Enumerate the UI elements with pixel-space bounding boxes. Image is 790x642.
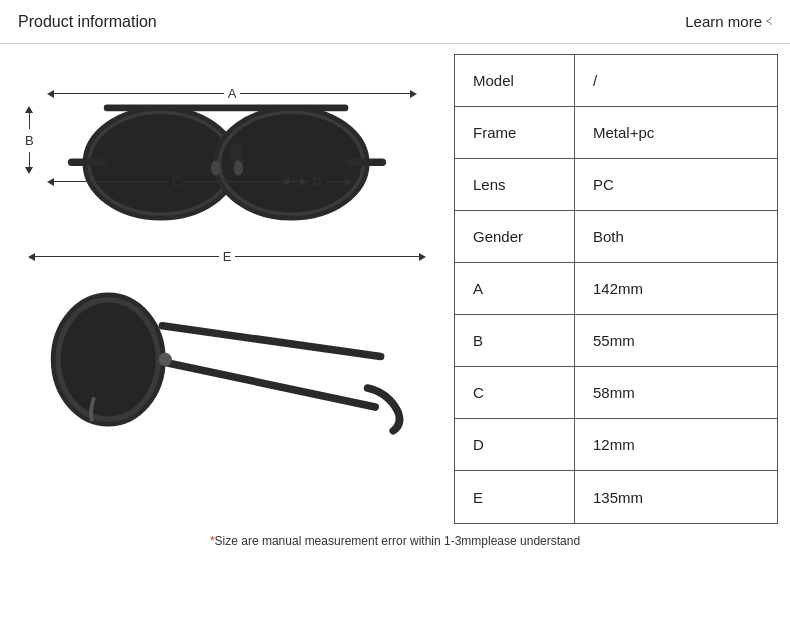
- spec-value: 55mm: [575, 315, 777, 366]
- svg-rect-12: [158, 322, 385, 361]
- learn-more-label: Learn more: [685, 13, 762, 30]
- glasses-side-image: [37, 274, 417, 464]
- dimension-a-label: A: [224, 86, 241, 101]
- arrow-a-left: [47, 90, 54, 98]
- dimension-d-label: D: [308, 174, 325, 189]
- dimension-e-label: E: [219, 249, 236, 264]
- spec-value: PC: [575, 159, 777, 210]
- spec-row: E135mm: [455, 471, 777, 523]
- dimension-c-label: C: [168, 174, 185, 189]
- arrow-d-right: [345, 178, 352, 186]
- svg-point-11: [61, 303, 156, 417]
- spec-value: 12mm: [575, 419, 777, 470]
- spec-label: B: [455, 315, 575, 366]
- arrow-a-right: [410, 90, 417, 98]
- spec-label: Model: [455, 55, 575, 106]
- dimension-b-label: B: [25, 129, 34, 152]
- spec-label: C: [455, 367, 575, 418]
- spec-row: C58mm: [455, 367, 777, 419]
- spec-table: Model/FrameMetal+pcLensPCGenderBothA142m…: [454, 54, 778, 524]
- page-title: Product information: [18, 13, 157, 31]
- spec-value: 58mm: [575, 367, 777, 418]
- footer-note-text: Size are manual measurement error within…: [215, 534, 581, 548]
- spec-value: Both: [575, 211, 777, 262]
- spec-label: Frame: [455, 107, 575, 158]
- learn-more-button[interactable]: Learn more ⧼: [685, 13, 772, 30]
- arrow-d-left: [282, 178, 289, 186]
- spec-value: Metal+pc: [575, 107, 777, 158]
- spec-row: GenderBoth: [455, 211, 777, 263]
- spec-row: A142mm: [455, 263, 777, 315]
- footer-note: *Size are manual measurement error withi…: [0, 534, 790, 554]
- glasses-front-image: [47, 78, 407, 239]
- svg-rect-7: [346, 159, 386, 167]
- spec-row: B55mm: [455, 315, 777, 367]
- page-header: Product information Learn more ⧼: [0, 0, 790, 44]
- spec-row: FrameMetal+pc: [455, 107, 777, 159]
- arrow-e-right: [419, 253, 426, 261]
- arrow-c-left: [47, 178, 54, 186]
- spec-value: /: [575, 55, 777, 106]
- product-image-area: A B: [12, 54, 442, 524]
- spec-row: LensPC: [455, 159, 777, 211]
- svg-point-14: [159, 353, 172, 366]
- spec-row: D12mm: [455, 419, 777, 471]
- main-content: A B: [0, 44, 790, 524]
- chevron-down-icon: ⧼: [766, 15, 772, 29]
- spec-value: 142mm: [575, 263, 777, 314]
- spec-label: Lens: [455, 159, 575, 210]
- arrow-e-left: [28, 253, 35, 261]
- spec-label: D: [455, 419, 575, 470]
- spec-label: E: [455, 471, 575, 523]
- svg-rect-13: [160, 358, 380, 412]
- svg-point-2: [91, 114, 231, 213]
- svg-rect-6: [68, 159, 108, 167]
- spec-label: A: [455, 263, 575, 314]
- spec-label: Gender: [455, 211, 575, 262]
- spec-row: Model/: [455, 55, 777, 107]
- arrow-b-down: [25, 167, 33, 174]
- spec-value: 135mm: [575, 471, 777, 523]
- arrow-b-up: [25, 106, 33, 113]
